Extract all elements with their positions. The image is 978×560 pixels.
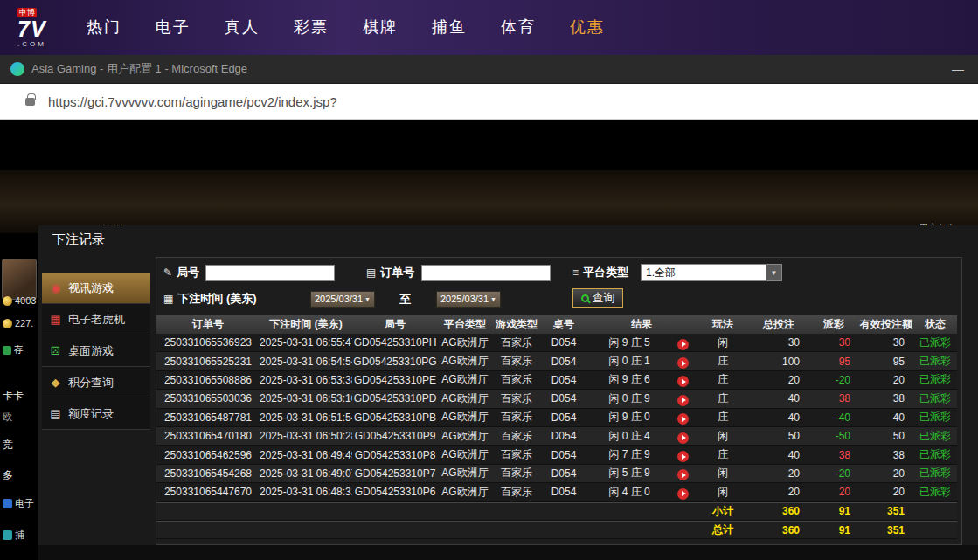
replay-button[interactable]	[677, 488, 689, 500]
chevron-down-icon: ▼	[364, 296, 371, 302]
summary-bet: 360	[749, 524, 808, 536]
address-bar: https://gci.7vvvvvv.com/agingame/pcv2/in…	[0, 84, 978, 120]
logo-badge: 申博	[17, 8, 37, 17]
status-badge: 已派彩	[913, 354, 957, 369]
nav-item-3[interactable]: 真人	[225, 0, 260, 55]
panel-title: 下注记录	[52, 232, 105, 248]
cell: 250331065487781	[156, 411, 260, 424]
cell: 2025-03-31 06:50:28	[260, 430, 352, 442]
summary-payout: 91	[808, 524, 859, 536]
cell: 百家乐	[492, 410, 541, 425]
status-badge: 已派彩	[913, 335, 957, 350]
cell: D054	[541, 486, 586, 498]
date-range-to-label: 至	[399, 292, 411, 308]
table-row[interactable]: 2503310654625962025-03-31 06:49:49GD0542…	[156, 446, 957, 464]
sidebar-item-2[interactable]: ▦电子老虎机	[42, 304, 150, 335]
nav-item-6[interactable]: 捕鱼	[432, 0, 467, 55]
replay-button[interactable]	[677, 413, 689, 425]
status-badge: 已派彩	[913, 372, 957, 387]
avatar[interactable]	[2, 259, 37, 300]
sidebar-fragment-fishing[interactable]: 捕	[3, 529, 24, 542]
platform-select-value: 1.全部	[642, 266, 766, 280]
payout-cell: 30	[808, 336, 859, 349]
replay-button[interactable]	[677, 376, 689, 387]
payout-cell: 95	[808, 356, 859, 368]
valid-bet-cell: 38	[859, 449, 913, 461]
panel-scroll-strip[interactable]	[38, 545, 978, 560]
column-header: 派彩	[808, 317, 859, 332]
valid-bet-cell: 50	[859, 430, 913, 442]
cell: GD054253310PE	[352, 374, 438, 386]
cell: D054	[541, 336, 586, 349]
cell: 250331065536923	[156, 336, 260, 349]
valid-bet-cell: 40	[859, 411, 913, 424]
replay-button[interactable]	[677, 357, 689, 369]
date-from-select[interactable]: 2025/03/31 ▼	[310, 291, 375, 308]
bet-time-filter: ▦ 下注时间 (美东)	[163, 290, 257, 308]
deposit-shortcut[interactable]: 存	[3, 343, 24, 356]
total-bet-cell: 20	[749, 486, 808, 498]
sidebar-item-5[interactable]: ▤额度记录	[42, 398, 150, 430]
points-icon: ◆	[49, 376, 62, 389]
column-header: 状态	[913, 317, 957, 332]
round-input[interactable]	[205, 265, 335, 281]
cell: 百家乐	[492, 372, 541, 387]
order-input[interactable]	[421, 265, 551, 281]
platform-filter: ≡ 平台类型	[572, 264, 628, 281]
calendar-icon: ▦	[163, 293, 173, 305]
table-row[interactable]: 2503310655030362025-03-31 06:53:10GD0542…	[156, 390, 957, 408]
replay-button[interactable]	[677, 395, 689, 406]
slot-machine-icon: ▦	[49, 313, 62, 326]
cell: 250331065462596	[156, 449, 260, 461]
replay-button[interactable]	[677, 339, 689, 350]
dice-icon: ⚄	[49, 344, 62, 357]
table-header-row: 订单号下注时间 (美东)局号平台类型游戏类型桌号结果玩法总投注派彩有效投注额状态	[156, 315, 957, 334]
platform-select[interactable]: 1.全部 ▼	[641, 264, 782, 281]
cell: AG欧洲厅	[438, 354, 492, 369]
column-header: 玩法	[697, 317, 749, 332]
sidebar-item-1[interactable]: ◉视讯游戏	[42, 273, 150, 304]
replay-button[interactable]	[677, 432, 689, 444]
nav-item-2[interactable]: 电子	[156, 0, 191, 55]
table-row[interactable]: 2503310655369232025-03-31 06:55:47GD0542…	[156, 334, 957, 352]
site-logo[interactable]: 申博 7V .COM	[17, 8, 46, 48]
result-text: 闲 0 庄 1	[608, 355, 649, 367]
table-row[interactable]: 2503310655252312025-03-31 06:54:54GD0542…	[156, 352, 957, 370]
table-row[interactable]: 2503310654476702025-03-31 06:48:31GD0542…	[156, 483, 957, 501]
nav-item-7[interactable]: 体育	[501, 0, 536, 55]
nav-item-8[interactable]: 优惠	[570, 0, 605, 55]
replay-button[interactable]	[677, 469, 689, 480]
table-row[interactable]: 2503310655088862025-03-31 06:53:38GD0542…	[156, 371, 957, 390]
result-cell: 闲 9 庄 6	[586, 372, 697, 387]
status-badge: 已派彩	[913, 391, 957, 406]
nav-item-5[interactable]: 棋牌	[363, 0, 398, 55]
lock-icon[interactable]	[25, 98, 35, 106]
coins-balance: 4003	[3, 295, 36, 306]
replay-button[interactable]	[677, 451, 689, 462]
slots-icon	[3, 499, 12, 508]
table-row[interactable]: 2503310654701802025-03-31 06:50:28GD0542…	[156, 427, 957, 446]
address-url[interactable]: https://gci.7vvvvvv.com/agingame/pcv2/in…	[48, 94, 337, 109]
edge-browser-icon	[10, 62, 24, 76]
search-button[interactable]: 查询	[572, 288, 623, 308]
column-header: 平台类型	[438, 317, 492, 332]
column-header: 局号	[352, 317, 438, 332]
cell: D054	[541, 449, 586, 461]
date-to-select[interactable]: 2025/03/31 ▼	[436, 291, 501, 308]
sidebar-fragment-slots[interactable]: 电子	[3, 497, 34, 510]
summary-label: 总计	[697, 522, 749, 537]
sidebar-item-3[interactable]: ⚄桌面游戏	[42, 335, 150, 367]
table-row[interactable]: 2503310654542682025-03-31 06:49:07GD0542…	[156, 465, 957, 483]
nav-item-1[interactable]: 热门	[87, 0, 121, 55]
cell: 250331065470180	[156, 430, 260, 442]
sidebar-item-4[interactable]: ◆积分查询	[42, 367, 150, 398]
minimize-button[interactable]: —	[952, 62, 964, 76]
table-row[interactable]: 2503310654877812025-03-31 06:51:54GD0542…	[156, 409, 957, 427]
round-icon: ✎	[163, 266, 172, 279]
logo-text: 7V	[17, 18, 46, 40]
summary-label: 小计	[697, 504, 749, 519]
nav-item-4[interactable]: 彩票	[294, 0, 329, 55]
cell: GD054253310P7	[352, 467, 438, 480]
column-header: 有效投注额	[859, 317, 913, 332]
cell: AG欧洲厅	[438, 429, 492, 444]
